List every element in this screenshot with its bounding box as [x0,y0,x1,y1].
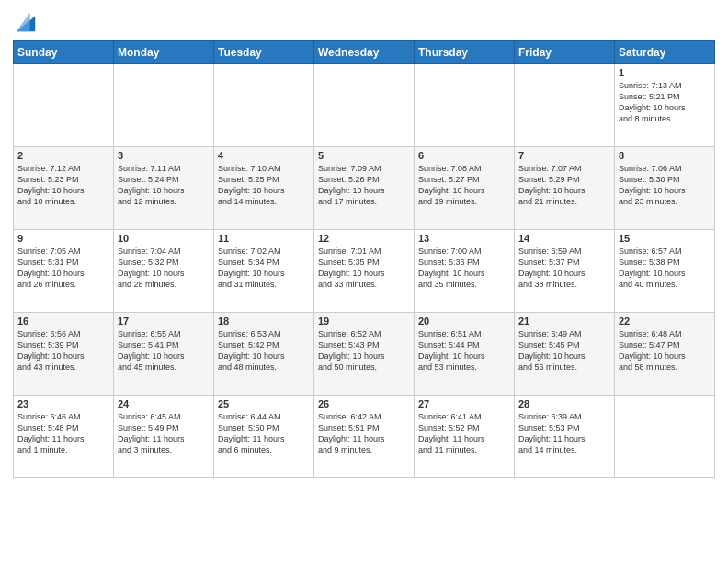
calendar-cell: 28Sunrise: 6:39 AM Sunset: 5:53 PM Dayli… [515,396,615,478]
day-detail: Sunrise: 7:11 AM Sunset: 5:24 PM Dayligh… [118,163,210,208]
day-number: 5 [318,150,410,161]
day-number: 8 [619,150,711,161]
day-number: 17 [118,316,210,327]
calendar-cell: 9Sunrise: 7:05 AM Sunset: 5:31 PM Daylig… [14,230,114,313]
day-number: 9 [17,233,109,244]
day-number: 25 [218,398,310,409]
day-number: 11 [218,233,310,244]
calendar-cell [415,64,515,147]
calendar-cell: 18Sunrise: 6:53 AM Sunset: 5:42 PM Dayli… [214,313,314,396]
day-number: 24 [118,398,210,409]
calendar-week-row: 9Sunrise: 7:05 AM Sunset: 5:31 PM Daylig… [14,230,715,313]
calendar-day-header: Wednesday [314,41,415,64]
day-detail: Sunrise: 6:53 AM Sunset: 5:42 PM Dayligh… [218,328,310,373]
day-number: 6 [418,150,510,161]
day-detail: Sunrise: 6:42 AM Sunset: 5:51 PM Dayligh… [318,411,410,456]
calendar: SundayMondayTuesdayWednesdayThursdayFrid… [13,40,715,478]
svg-marker-1 [17,13,30,32]
day-detail: Sunrise: 6:46 AM Sunset: 5:48 PM Dayligh… [17,411,109,456]
calendar-cell: 22Sunrise: 6:48 AM Sunset: 5:47 PM Dayli… [615,313,715,396]
calendar-cell: 7Sunrise: 7:07 AM Sunset: 5:29 PM Daylig… [515,147,615,230]
day-detail: Sunrise: 7:07 AM Sunset: 5:29 PM Dayligh… [518,163,610,208]
day-number: 1 [619,67,711,78]
calendar-cell: 10Sunrise: 7:04 AM Sunset: 5:32 PM Dayli… [114,230,214,313]
day-detail: Sunrise: 6:41 AM Sunset: 5:52 PM Dayligh… [418,411,510,456]
calendar-cell: 1Sunrise: 7:13 AM Sunset: 5:21 PM Daylig… [615,64,715,147]
day-detail: Sunrise: 6:39 AM Sunset: 5:53 PM Dayligh… [518,411,610,456]
calendar-cell [114,64,214,147]
day-number: 20 [418,316,510,327]
calendar-cell: 12Sunrise: 7:01 AM Sunset: 5:35 PM Dayli… [314,230,415,313]
day-detail: Sunrise: 7:06 AM Sunset: 5:30 PM Dayligh… [619,163,711,208]
calendar-day-header: Saturday [615,41,715,64]
day-number: 16 [17,316,109,327]
day-number: 21 [518,316,610,327]
day-detail: Sunrise: 7:09 AM Sunset: 5:26 PM Dayligh… [318,163,410,208]
day-number: 19 [318,316,410,327]
day-detail: Sunrise: 7:13 AM Sunset: 5:21 PM Dayligh… [619,80,711,125]
day-number: 26 [318,398,410,409]
calendar-cell [214,64,314,147]
calendar-cell: 11Sunrise: 7:02 AM Sunset: 5:34 PM Dayli… [214,230,314,313]
calendar-cell: 26Sunrise: 6:42 AM Sunset: 5:51 PM Dayli… [314,396,415,478]
day-number: 14 [518,233,610,244]
day-detail: Sunrise: 6:48 AM Sunset: 5:47 PM Dayligh… [619,328,711,373]
calendar-cell: 25Sunrise: 6:44 AM Sunset: 5:50 PM Dayli… [214,396,314,478]
calendar-cell: 8Sunrise: 7:06 AM Sunset: 5:30 PM Daylig… [615,147,715,230]
calendar-cell: 27Sunrise: 6:41 AM Sunset: 5:52 PM Dayli… [415,396,515,478]
day-detail: Sunrise: 6:59 AM Sunset: 5:37 PM Dayligh… [518,246,610,291]
logo-icon [13,9,39,35]
calendar-week-row: 23Sunrise: 6:46 AM Sunset: 5:48 PM Dayli… [14,396,715,478]
day-detail: Sunrise: 6:55 AM Sunset: 5:41 PM Dayligh… [118,328,210,373]
calendar-cell: 24Sunrise: 6:45 AM Sunset: 5:49 PM Dayli… [114,396,214,478]
calendar-cell: 14Sunrise: 6:59 AM Sunset: 5:37 PM Dayli… [515,230,615,313]
day-detail: Sunrise: 7:10 AM Sunset: 5:25 PM Dayligh… [218,163,310,208]
calendar-day-header: Tuesday [214,41,314,64]
day-number: 10 [118,233,210,244]
day-detail: Sunrise: 6:44 AM Sunset: 5:50 PM Dayligh… [218,411,310,456]
calendar-day-header: Monday [114,41,214,64]
calendar-cell: 5Sunrise: 7:09 AM Sunset: 5:26 PM Daylig… [314,147,415,230]
day-detail: Sunrise: 6:56 AM Sunset: 5:39 PM Dayligh… [17,328,109,373]
calendar-cell: 13Sunrise: 7:00 AM Sunset: 5:36 PM Dayli… [415,230,515,313]
calendar-cell: 2Sunrise: 7:12 AM Sunset: 5:23 PM Daylig… [14,147,114,230]
day-number: 7 [518,150,610,161]
day-number: 22 [619,316,711,327]
calendar-cell: 16Sunrise: 6:56 AM Sunset: 5:39 PM Dayli… [14,313,114,396]
day-number: 3 [118,150,210,161]
calendar-cell: 23Sunrise: 6:46 AM Sunset: 5:48 PM Dayli… [14,396,114,478]
day-detail: Sunrise: 6:52 AM Sunset: 5:43 PM Dayligh… [318,328,410,373]
day-number: 13 [418,233,510,244]
day-detail: Sunrise: 6:57 AM Sunset: 5:38 PM Dayligh… [619,246,711,291]
day-detail: Sunrise: 7:08 AM Sunset: 5:27 PM Dayligh… [418,163,510,208]
calendar-header-row: SundayMondayTuesdayWednesdayThursdayFrid… [14,41,715,64]
calendar-cell: 17Sunrise: 6:55 AM Sunset: 5:41 PM Dayli… [114,313,214,396]
day-number: 28 [518,398,610,409]
day-number: 4 [218,150,310,161]
header [13,9,715,35]
day-number: 27 [418,398,510,409]
day-number: 15 [619,233,711,244]
calendar-week-row: 1Sunrise: 7:13 AM Sunset: 5:21 PM Daylig… [14,64,715,147]
page: SundayMondayTuesdayWednesdayThursdayFrid… [0,0,728,486]
calendar-day-header: Sunday [14,41,114,64]
day-detail: Sunrise: 7:00 AM Sunset: 5:36 PM Dayligh… [418,246,510,291]
day-detail: Sunrise: 7:02 AM Sunset: 5:34 PM Dayligh… [218,246,310,291]
calendar-cell [314,64,415,147]
calendar-day-header: Thursday [415,41,515,64]
calendar-cell [14,64,114,147]
day-detail: Sunrise: 7:05 AM Sunset: 5:31 PM Dayligh… [17,246,109,291]
day-number: 18 [218,316,310,327]
calendar-cell: 19Sunrise: 6:52 AM Sunset: 5:43 PM Dayli… [314,313,415,396]
calendar-cell [615,396,715,478]
calendar-week-row: 2Sunrise: 7:12 AM Sunset: 5:23 PM Daylig… [14,147,715,230]
day-number: 12 [318,233,410,244]
day-detail: Sunrise: 6:45 AM Sunset: 5:49 PM Dayligh… [118,411,210,456]
day-number: 23 [17,398,109,409]
calendar-cell: 3Sunrise: 7:11 AM Sunset: 5:24 PM Daylig… [114,147,214,230]
calendar-cell: 6Sunrise: 7:08 AM Sunset: 5:27 PM Daylig… [415,147,515,230]
day-number: 2 [17,150,109,161]
calendar-cell: 21Sunrise: 6:49 AM Sunset: 5:45 PM Dayli… [515,313,615,396]
day-detail: Sunrise: 7:01 AM Sunset: 5:35 PM Dayligh… [318,246,410,291]
day-detail: Sunrise: 7:12 AM Sunset: 5:23 PM Dayligh… [17,163,109,208]
